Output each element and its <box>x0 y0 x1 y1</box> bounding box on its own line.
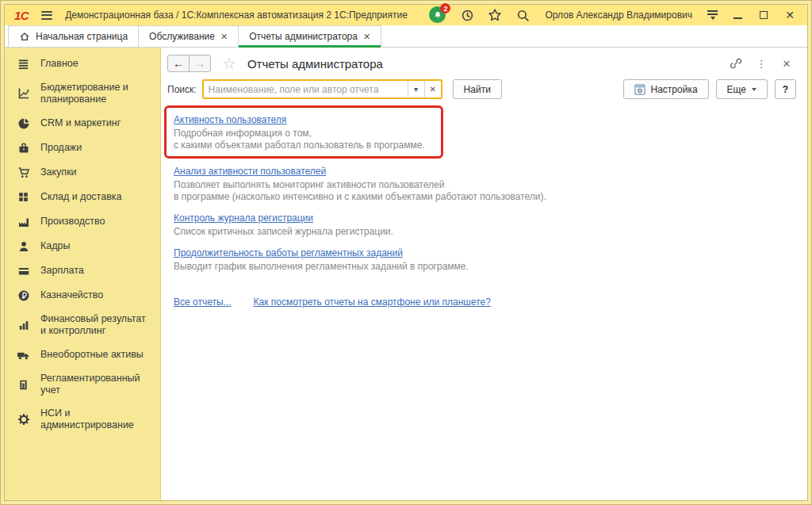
budgeting-icon <box>17 87 30 101</box>
report-link-user-activity[interactable]: Активность пользователя <box>174 114 286 125</box>
sidebar-item-main[interactable]: Главное <box>5 52 160 76</box>
tab-label: Отчеты администратора <box>249 31 358 42</box>
mobile-reports-help-link[interactable]: Как посмотреть отчеты на смартфоне или п… <box>254 296 491 308</box>
sidebar-item-label: Финансовый результат и контроллинг <box>40 313 154 337</box>
sidebar-item-crm[interactable]: CRM и маркетинг <box>5 111 160 136</box>
sidebar-item-sales[interactable]: Продажи <box>5 136 160 160</box>
sidebar-item-budgeting[interactable]: Бюджетирование и планирование <box>5 76 160 111</box>
sidebar-item-treasury[interactable]: Казначейство <box>5 283 160 308</box>
sidebar-item-label: Внеоборотные активы <box>40 349 144 361</box>
search-clear-icon[interactable]: ✕ <box>424 81 441 98</box>
close-form-icon[interactable]: ✕ <box>780 57 793 70</box>
report-link-scheduled-jobs-duration[interactable]: Продолжительность работы регламентных за… <box>174 247 403 258</box>
sidebar-item-label: НСИ и администрирование <box>40 407 154 431</box>
admin-gear-icon <box>17 413 30 427</box>
admin-reports-panel: ← → ☆ Отчеты администратора ⋮ ✕ <box>161 48 807 500</box>
report-settings-icon <box>634 84 645 95</box>
more-menu-dots-icon[interactable]: ⋮ <box>755 57 768 70</box>
sidebar-item-admin[interactable]: НСИ и администрирование <box>5 402 160 437</box>
sidebar-item-finance[interactable]: Финансовый результат и контроллинг <box>5 308 160 342</box>
report-item-scheduled-jobs-duration: Продолжительность работы регламентных за… <box>174 245 798 273</box>
sidebar-item-label: Продажи <box>40 142 82 154</box>
close-icon: ✕ <box>785 10 795 21</box>
treasury-icon <box>17 289 30 302</box>
app-window: 1С Демонстрационная база / 1С:Комплексна… <box>0 0 812 505</box>
titlebar: 1С Демонстрационная база / 1С:Комплексна… <box>5 5 807 25</box>
maximize-button[interactable] <box>757 9 770 21</box>
favorites-star-icon[interactable] <box>488 8 502 22</box>
minimize-icon <box>733 17 742 19</box>
tab-close-icon[interactable]: ✕ <box>363 33 370 41</box>
nav-forward-button[interactable]: → <box>189 55 211 72</box>
sidebar-item-salary[interactable]: Зарплата <box>5 258 160 283</box>
crm-icon <box>17 117 30 130</box>
main-menu-hamburger-icon[interactable] <box>41 11 52 20</box>
report-description: Выводит график выполнения регламентных з… <box>174 261 798 273</box>
sidebar-item-warehouse[interactable]: Склад и доставка <box>5 185 160 209</box>
notification-badge: 2 <box>440 3 450 13</box>
notifications-button[interactable]: 2 <box>429 6 446 24</box>
nav-back-button[interactable]: ← <box>167 55 190 72</box>
history-icon[interactable] <box>460 8 474 22</box>
sidebar-item-regulated[interactable]: Регламентированный учет <box>5 367 160 402</box>
tab-maintenance[interactable]: Обслуживание ✕ <box>138 25 239 47</box>
sidebar-item-label: Кадры <box>40 240 70 252</box>
sidebar-item-assets[interactable]: Внеоборотные активы <box>5 342 160 367</box>
report-link-event-log-control[interactable]: Контроль журнала регистрации <box>174 212 313 224</box>
current-user[interactable]: Орлов Александр Владимирович <box>545 10 692 21</box>
sidebar-item-label: Склад и доставка <box>40 191 121 203</box>
production-icon <box>17 215 30 228</box>
minimize-button[interactable] <box>731 9 744 21</box>
report-description: Позволяет выполнять мониторинг активност… <box>174 179 798 203</box>
sidebar-item-purchases[interactable]: Закупки <box>5 160 160 185</box>
sidebar-item-label: CRM и маркетинг <box>40 117 121 129</box>
section-sidebar: Главное Бюджетирование и планирование CR… <box>5 48 161 500</box>
tab-bar: Начальная страница Обслуживание ✕ Отчеты… <box>5 25 807 48</box>
more-button-label: Еще <box>727 84 746 95</box>
assets-icon <box>17 348 30 362</box>
report-item-event-log-control: Контроль журнала регистрации Список крит… <box>174 210 798 238</box>
report-item-users-activity-analysis: Анализ активности пользователей Позволяе… <box>174 163 798 203</box>
close-window-button[interactable]: ✕ <box>783 9 796 21</box>
search-dropdown-icon[interactable]: ▾ <box>408 81 424 98</box>
sidebar-item-production[interactable]: Производство <box>5 209 160 234</box>
report-item-user-activity-highlighted: Активность пользователя Подробная информ… <box>164 105 443 159</box>
sidebar-item-label: Главное <box>40 58 79 70</box>
finance-icon <box>17 319 30 332</box>
page-title: Отчеты администратора <box>247 57 383 71</box>
settings-button[interactable]: Настройка <box>623 79 709 99</box>
help-button[interactable]: ? <box>775 79 796 99</box>
sidebar-item-label: Зарплата <box>40 265 84 277</box>
maximize-icon <box>760 11 768 19</box>
home-icon <box>19 31 30 42</box>
report-link-users-activity-analysis[interactable]: Анализ активности пользователей <box>174 166 326 177</box>
find-button[interactable]: Найти <box>453 79 502 99</box>
tab-admin-reports[interactable]: Отчеты администратора ✕ <box>238 25 381 47</box>
hr-icon <box>17 239 30 253</box>
purchases-icon <box>17 166 30 179</box>
more-button[interactable]: Еще <box>716 79 768 99</box>
tab-label: Начальная страница <box>36 31 128 42</box>
report-description: Подробная информация о том, с какими объ… <box>174 128 425 151</box>
sidebar-item-label: Закупки <box>40 166 77 178</box>
report-search-input[interactable] <box>204 84 408 95</box>
sidebar-item-hr[interactable]: Кадры <box>5 234 160 258</box>
salary-icon <box>17 264 30 277</box>
report-search-box: ▾ ✕ <box>202 79 442 99</box>
all-reports-link[interactable]: Все отчеты... <box>174 296 232 308</box>
sidebar-item-label: Производство <box>40 216 105 228</box>
collapse-panels-icon[interactable] <box>707 10 718 19</box>
report-description: Список критичных записей журнала регистр… <box>174 226 798 238</box>
sidebar-item-label: Регламентированный учет <box>40 373 154 396</box>
sales-icon <box>17 141 30 155</box>
report-list: Активность пользователя Подробная информ… <box>167 109 798 273</box>
chevron-down-icon <box>752 88 756 91</box>
tab-close-icon[interactable]: ✕ <box>220 33 228 41</box>
1c-logo-icon: 1С <box>14 9 29 22</box>
tab-home[interactable]: Начальная страница <box>8 25 139 47</box>
sidebar-item-label: Казначейство <box>40 289 103 301</box>
settings-button-label: Настройка <box>651 84 698 95</box>
global-search-icon[interactable] <box>515 8 530 22</box>
get-link-icon[interactable] <box>730 57 742 70</box>
add-to-favorites-star-icon[interactable]: ☆ <box>222 55 236 71</box>
